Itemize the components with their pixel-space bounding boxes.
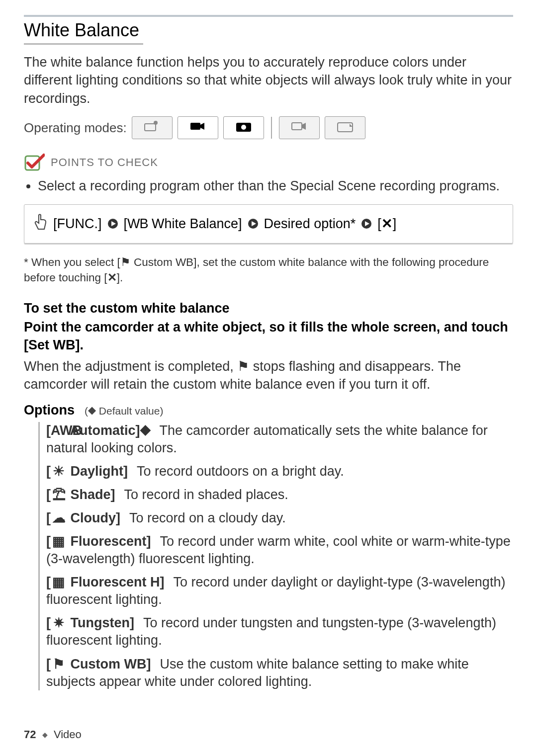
option-item: [▦ Fluorescent]To record under warm whit… [46, 533, 513, 568]
option-icon: ▦ [51, 574, 67, 591]
page-number: 72 [24, 728, 36, 741]
close-icon: ✕ [107, 271, 117, 284]
option-icon: ⛱ [51, 486, 67, 504]
option-name: [☀ Daylight] [46, 464, 128, 479]
intro-paragraph: The white balance function helps you to … [24, 53, 513, 107]
photo-record-icon [235, 120, 252, 136]
option-name: [▦ Fluorescent] [46, 534, 151, 549]
mode-photo-record [223, 116, 264, 139]
arrow-icon [360, 218, 372, 230]
points-to-check-item: Select a recording program other than th… [38, 177, 513, 195]
operating-modes-label: Operating modes: [24, 120, 127, 136]
menu-navigation-box: [FUNC.] [WB White Balance] Desired optio… [24, 204, 513, 244]
points-to-check-label: POINTS TO CHECK [51, 156, 158, 169]
wb-glyph-icon: WB [127, 216, 148, 231]
option-name: [⚑ Custom WB] [46, 657, 151, 672]
option-item: [✷ Tungsten]To record under tungsten and… [46, 614, 513, 649]
option-item: [☀ Daylight]To record outdoors on a brig… [46, 463, 513, 480]
option-item: [⛱ Shade]To record in shaded places. [46, 486, 513, 504]
option-name: [▦ Fluorescent H] [46, 575, 165, 589]
svg-point-5 [241, 125, 246, 130]
operating-modes-row: Operating modes: [24, 116, 513, 139]
option-description: To record on a cloudy day. [129, 510, 286, 525]
arrow-icon [107, 218, 119, 230]
check-badge-icon [24, 152, 45, 173]
option-icon: ☀ [51, 463, 67, 480]
page-footer: 72 ◆ Video [24, 728, 82, 741]
option-item: [AWB Automatic]◆The camcorder automatica… [46, 422, 513, 457]
option-icon: ☁ [51, 509, 67, 527]
diamond-icon: ◆ [42, 731, 48, 739]
photo-playback-icon [337, 120, 354, 136]
nav-step-close: [✕] [377, 216, 396, 232]
custom-wb-icon: ⚑ [237, 359, 249, 374]
options-default-note: (◆ Default value) [85, 405, 163, 417]
options-header: Options (◆ Default value) [24, 403, 513, 418]
options-title: Options [24, 403, 75, 418]
custom-wb-icon: ⚑ [120, 256, 131, 268]
touch-icon [32, 214, 47, 234]
svg-rect-8 [338, 123, 353, 132]
section-title: White Balance [24, 20, 513, 41]
nav-step-option: Desired option* [264, 216, 356, 232]
mode-video-playback [279, 116, 320, 139]
option-description: To record outdoors on a bright day. [137, 464, 344, 479]
camera-auto-icon [144, 120, 161, 136]
option-icon: ⚑ [51, 656, 67, 673]
points-to-check-list: Select a recording program other than th… [24, 177, 513, 195]
diamond-icon: ◆ [140, 421, 151, 438]
diamond-icon: ◆ [88, 404, 96, 416]
close-icon: ✕ [381, 216, 393, 231]
option-name: [AWB Automatic]◆ [46, 423, 151, 438]
svg-marker-7 [302, 123, 306, 130]
svg-rect-2 [190, 123, 200, 130]
title-underline [24, 44, 143, 44]
points-to-check-header: POINTS TO CHECK [24, 152, 513, 173]
video-record-icon [189, 120, 206, 136]
custom-wb-body: When the adjustment is completed, ⚑ stop… [24, 357, 513, 394]
option-name: [☁ Cloudy] [46, 510, 120, 525]
option-icon: AWB [51, 422, 67, 439]
nav-step-func: [FUNC.] [53, 216, 102, 232]
option-icon: ▦ [51, 533, 67, 550]
svg-rect-0 [145, 124, 156, 131]
custom-wb-heading: To set the custom white balance [24, 301, 513, 316]
video-playback-icon [291, 120, 308, 136]
option-name: [⛱ Shade] [46, 487, 115, 502]
options-list: [AWB Automatic]◆The camcorder automatica… [39, 422, 513, 690]
svg-point-1 [154, 121, 158, 125]
arrow-icon [247, 218, 259, 230]
option-description: To record in shaded places. [124, 487, 288, 502]
svg-rect-6 [292, 123, 302, 130]
option-item: [▦ Fluorescent H]To record under dayligh… [46, 574, 513, 608]
svg-marker-3 [200, 123, 204, 130]
option-name: [✷ Tungsten] [46, 615, 134, 630]
nav-step-wb: [WB White Balance] [124, 216, 242, 232]
mode-separator [271, 117, 272, 139]
footnote-text: * When you select [⚑ Custom WB], set the… [24, 254, 513, 286]
chapter-name: Video [54, 728, 82, 741]
header-rule [24, 15, 513, 17]
option-item: [⚑ Custom WB]Use the custom white balanc… [46, 656, 513, 690]
option-item: [☁ Cloudy]To record on a cloudy day. [46, 509, 513, 527]
mode-camera-auto [132, 116, 173, 139]
custom-wb-instruction: Point the camcorder at a white object, s… [24, 318, 513, 354]
mode-video-record [178, 116, 218, 139]
mode-photo-playback [325, 116, 365, 139]
option-icon: ✷ [51, 614, 67, 632]
